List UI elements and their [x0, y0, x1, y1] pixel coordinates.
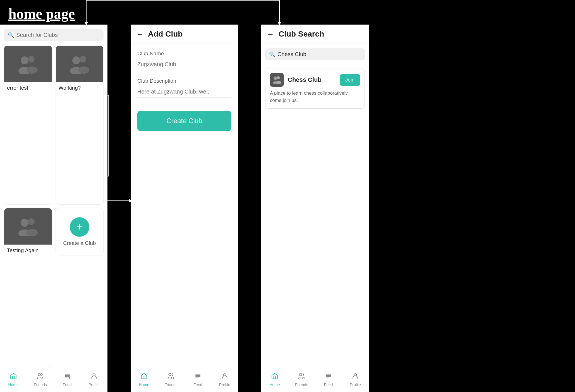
club-grid: error test Working?: [0, 46, 107, 367]
svg-point-7: [78, 66, 89, 74]
home-icon: [10, 372, 17, 381]
svg-point-16: [274, 77, 277, 80]
club-result-icon: [270, 73, 284, 87]
friends-icon-search: [298, 372, 305, 381]
nav-home-search[interactable]: Home: [261, 367, 288, 392]
friends-icon: [37, 372, 44, 381]
club-result-desc: A place to learn chess collaboratively, …: [270, 90, 360, 104]
nav-profile-add[interactable]: Profile: [211, 367, 238, 392]
club-card-3[interactable]: Testing Again: [4, 208, 52, 367]
nav-feed-label: Feed: [63, 383, 72, 387]
club-card-img-2: [56, 46, 104, 82]
search-input[interactable]: [16, 32, 100, 38]
club-desc-group: Club Description: [137, 78, 231, 97]
club-card-name-1: error test: [4, 82, 52, 94]
annotation-line-screen3: [279, 0, 280, 25]
club-card-img-1: [4, 46, 52, 82]
nav-home[interactable]: Home: [0, 367, 27, 392]
nav-profile-search-label: Profile: [350, 383, 361, 387]
profile-icon-search: [352, 372, 359, 381]
bottom-nav-add: Home Friends Feed: [131, 367, 238, 392]
add-club-header: ← Add Club: [131, 25, 238, 44]
nav-profile[interactable]: Profile: [81, 367, 107, 392]
profile-icon: [90, 372, 98, 381]
search-icon-search: 🔍: [269, 51, 275, 58]
nav-profile-label: Profile: [88, 383, 100, 387]
club-card-name-2: Working?: [56, 82, 104, 94]
club-search-input[interactable]: [277, 51, 361, 58]
svg-point-8: [21, 219, 28, 227]
join-button[interactable]: Join: [340, 74, 360, 86]
search-icon: 🔍: [8, 32, 14, 38]
nav-friends-add-label: Friends: [164, 383, 178, 387]
nav-home-label: Home: [8, 383, 18, 387]
svg-point-20: [300, 373, 302, 376]
annotation-top-line: [86, 0, 280, 1]
svg-point-1: [28, 56, 35, 63]
nav-friends[interactable]: Friends: [27, 367, 54, 392]
svg-point-9: [28, 218, 35, 225]
nav-feed-search[interactable]: Feed: [315, 367, 342, 392]
screen-club-search: ← Club Search 🔍 Chess Club Join: [261, 25, 369, 392]
screen-home: 🔍 error test: [0, 25, 107, 392]
feed-icon-add: [194, 372, 202, 381]
profile-icon-add: [221, 372, 228, 381]
club-search-bar[interactable]: 🔍: [265, 48, 365, 60]
club-result-header: Chess Club Join: [270, 73, 360, 87]
nav-home-search-label: Home: [269, 383, 280, 387]
back-button-add[interactable]: ←: [136, 30, 143, 39]
add-club-title: Add Club: [148, 30, 183, 39]
title-area: home page: [0, 0, 87, 28]
nav-feed-add[interactable]: Feed: [185, 367, 211, 392]
create-club-button[interactable]: Create Club: [137, 111, 231, 131]
club-card-1[interactable]: error test: [4, 46, 52, 205]
svg-point-3: [27, 66, 38, 74]
svg-point-14: [169, 373, 171, 376]
club-card-name-3: Testing Again: [4, 245, 52, 256]
home-icon-search: [271, 372, 278, 381]
nav-friends-add[interactable]: Friends: [157, 367, 184, 392]
club-search-result: Chess Club Join A place to learn chess c…: [265, 68, 365, 109]
nav-friends-search[interactable]: Friends: [288, 367, 315, 392]
club-name-input[interactable]: [137, 59, 231, 70]
club-name-group: Club Name: [137, 51, 231, 70]
club-result-name: Chess Club: [288, 76, 322, 83]
friends-icon-add: [167, 372, 174, 381]
nav-feed[interactable]: Feed: [54, 367, 81, 392]
svg-point-5: [80, 56, 86, 63]
nav-home-add-label: Home: [139, 383, 149, 387]
club-search-title: Club Search: [279, 30, 324, 39]
create-club-label: Create a Club: [63, 240, 96, 246]
create-club-card[interactable]: + Create a Club: [56, 208, 104, 255]
bottom-nav-home: Home Friends Feed: [0, 367, 107, 392]
nav-home-add[interactable]: Home: [131, 367, 157, 392]
feed-icon: [64, 372, 71, 381]
club-card-img-3: [4, 208, 52, 245]
svg-point-11: [27, 229, 38, 236]
bottom-nav-search: Home Friends Feed: [261, 367, 369, 392]
svg-point-19: [276, 81, 281, 84]
nav-profile-add-label: Profile: [219, 383, 230, 387]
nav-feed-add-label: Feed: [193, 383, 202, 387]
nav-friends-label: Friends: [34, 383, 47, 387]
club-name-label: Club Name: [137, 51, 231, 57]
svg-point-12: [38, 373, 41, 376]
create-club-icon: +: [70, 217, 89, 237]
back-button-search[interactable]: ←: [267, 30, 274, 39]
screen-add-club: ← Add Club Club Name Club Description Cr…: [131, 25, 238, 392]
club-desc-input[interactable]: [137, 86, 231, 97]
svg-point-4: [72, 56, 80, 64]
feed-icon-search: [325, 372, 332, 381]
search-bar[interactable]: 🔍: [4, 29, 104, 41]
club-search-header: ← Club Search: [261, 25, 369, 44]
club-desc-label: Club Description: [137, 78, 231, 84]
add-club-form: Club Name Club Description Create Club: [131, 44, 238, 367]
page-title: home page: [8, 6, 78, 22]
nav-profile-search[interactable]: Profile: [342, 367, 369, 392]
svg-point-0: [21, 56, 28, 64]
home-icon-add: [140, 372, 148, 381]
svg-point-17: [277, 76, 280, 79]
club-card-2[interactable]: Working?: [56, 46, 104, 205]
club-result-info: Chess Club: [270, 73, 322, 87]
nav-feed-search-label: Feed: [324, 383, 333, 387]
